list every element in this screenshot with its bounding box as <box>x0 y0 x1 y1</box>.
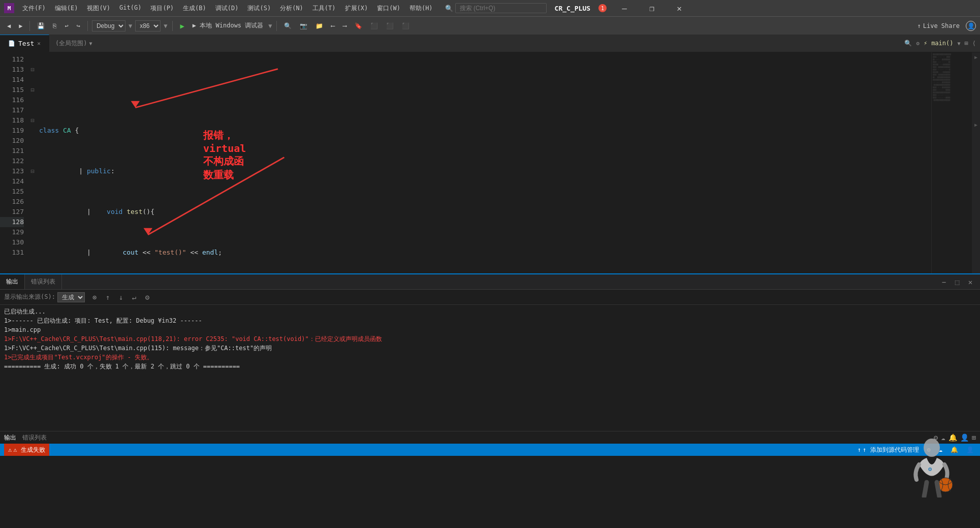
build-failed-label: ⚠ 生成失败 <box>13 446 45 454</box>
tab-output-label: 输出 <box>6 277 18 286</box>
menu-analyze[interactable]: 分析(N) <box>276 3 307 14</box>
menu-tools[interactable]: 工具(T) <box>308 3 340 14</box>
tab-test[interactable]: 📄 Test ✕ <box>0 35 49 52</box>
line-num-130: 130 <box>0 237 24 247</box>
menu-view[interactable]: 视图(V) <box>83 3 114 14</box>
fold-123[interactable]: ⊟ <box>28 166 37 176</box>
output-float-btn[interactable]: ⬚ <box>952 276 963 288</box>
minimize-button[interactable]: — <box>613 0 636 16</box>
upload-icon: ↑ <box>858 446 861 453</box>
toolbar-save-all[interactable]: ⎘ <box>50 21 59 30</box>
line-num-129: 129 <box>0 227 24 237</box>
menu-project[interactable]: 项目(P) <box>146 3 178 14</box>
clear-output-btn[interactable]: ⊗ <box>89 292 100 303</box>
fold-115[interactable]: ⊟ <box>28 85 37 95</box>
svg-marker-1 <box>131 101 140 108</box>
line-num-112: 112 <box>0 54 24 65</box>
menu-extensions[interactable]: 扩展(X) <box>341 3 372 14</box>
line-num-120: 120 <box>0 136 24 146</box>
bottom-icon-5[interactable]: ⊞ <box>972 433 976 442</box>
code-content[interactable]: class CA { | public: | void test(){ | co… <box>37 52 924 273</box>
toolbar-save[interactable]: 💾 <box>34 21 48 30</box>
scroll-down-btn[interactable]: ↓ <box>115 292 127 303</box>
toolbar-step-back[interactable]: ⟵ <box>328 21 338 30</box>
output-line-2: 1>------ 已启动生成: 项目: Test, 配置: Debug ¥in3… <box>4 316 976 325</box>
right-scope-dropdown[interactable]: ▼ <box>958 41 961 46</box>
debug-config-dropdown[interactable]: Debug <box>92 20 125 32</box>
status-right: ↑ ↑ 添加到源代码管理 ⚙ ☁ 🔔 👤 <box>856 446 976 454</box>
menu-help[interactable]: 帮助(H) <box>405 3 437 14</box>
toolbar-nav-forward[interactable]: ▶ <box>16 21 25 30</box>
status-icon-3[interactable]: 🔔 <box>949 446 960 453</box>
menu-test[interactable]: 测试(S) <box>243 3 275 14</box>
right-collapse-btn[interactable]: ▶ <box>974 122 977 128</box>
source-control-label: ↑ 添加到源代码管理 <box>863 446 919 454</box>
bottom-icon-4[interactable]: 👤 <box>960 433 969 442</box>
menu-git[interactable]: Git(G) <box>115 3 145 14</box>
bottom-tab-output[interactable]: 输出 <box>4 433 16 442</box>
toolbar-bookmark[interactable]: 🔖 <box>352 21 365 30</box>
status-icon-1[interactable]: ⚙ <box>925 446 933 453</box>
output-line-5: 1>F:\VC++_Cache\CR_C_PLUS\Test\main.cpp(… <box>4 344 976 353</box>
close-panel-btn[interactable]: ⟨ <box>972 40 976 47</box>
user-avatar[interactable]: 👤 <box>966 21 976 31</box>
settings-btn[interactable]: ⚙ <box>142 292 153 303</box>
tab-close-icon[interactable]: ✕ <box>37 40 41 47</box>
live-share-button[interactable]: ↑ Live Share <box>913 20 964 32</box>
search-input[interactable] <box>455 3 547 13</box>
menu-file[interactable]: 文件(F) <box>18 3 50 14</box>
play-button[interactable]: ▶ <box>177 21 187 31</box>
toolbar-bookmark4[interactable]: ⬛ <box>399 21 413 30</box>
menu-build[interactable]: 生成(B) <box>179 3 210 14</box>
right-gutter <box>924 52 931 273</box>
fold-113[interactable]: ⊟ <box>28 65 37 75</box>
line-num-118: 118 <box>0 115 24 126</box>
fold-118[interactable]: ⊟ <box>28 115 37 126</box>
tab-errors[interactable]: 错误列表 <box>25 274 62 289</box>
toolbar-bookmark3[interactable]: ⬛ <box>383 21 397 30</box>
bottom-icon-2[interactable]: ☁ <box>941 433 945 442</box>
split-editor-btn[interactable]: ⊞ <box>965 40 968 47</box>
line-num-121: 121 <box>0 146 24 156</box>
toolbar-undo[interactable]: ↩ <box>61 21 71 30</box>
source-selector[interactable]: 生成 <box>57 292 85 302</box>
toolbar-step-forward[interactable]: ⟶ <box>340 21 350 30</box>
status-icon-2[interactable]: ☁ <box>937 446 944 453</box>
output-close-btn[interactable]: ✕ <box>965 276 976 288</box>
line-num-113: 113 <box>0 65 24 75</box>
close-button[interactable]: ✕ <box>668 0 691 16</box>
tab-output[interactable]: 输出 <box>0 274 25 289</box>
toolbar-nav-back[interactable]: ◀ <box>4 21 14 30</box>
toolbar-redo[interactable]: ↪ <box>74 21 83 30</box>
play-label[interactable]: ▶ 本地 Windows 调试器 <box>189 20 266 31</box>
menu-debug[interactable]: 调试(D) <box>211 3 243 14</box>
right-expand-btn[interactable]: ▶ <box>974 54 977 60</box>
svg-point-5 <box>938 478 953 492</box>
restore-button[interactable]: ❐ <box>640 0 663 16</box>
status-icon-4[interactable]: 👤 <box>964 446 976 453</box>
bottom-icon-3[interactable]: 🔔 <box>949 433 957 442</box>
code-line-112 <box>37 85 924 95</box>
bottom-tab-errors[interactable]: 错误列表 <box>22 433 47 442</box>
vs-logo: M <box>4 3 14 13</box>
bottom-icon-1[interactable]: ⚙ <box>934 433 938 442</box>
toolbar-bookmark2[interactable]: ⬛ <box>367 21 381 30</box>
scope-selector[interactable]: (全局范围) ▼ <box>49 35 900 52</box>
toolbar-folder[interactable]: 📁 <box>312 21 326 30</box>
menu-window[interactable]: 窗口(W) <box>373 3 404 14</box>
toolbar-search-icon[interactable]: 🔍 <box>281 21 295 30</box>
source-control-btn[interactable]: ↑ ↑ 添加到源代码管理 <box>856 446 921 454</box>
tab-right-area: 🔍 ⚙ ⚡ main() ▼ ⊞ ⟨ <box>900 35 980 52</box>
line-numbers: 112 113 114 115 116 117 118 119 120 121 … <box>0 52 28 273</box>
scope-label: (全局范围) <box>55 39 87 48</box>
arch-dropdown[interactable]: x86 <box>135 20 161 32</box>
wrap-btn[interactable]: ↵ <box>129 292 140 303</box>
notification-badge[interactable]: 1 <box>598 4 607 12</box>
build-failed-status[interactable]: ⚠ ⚠ 生成失败 <box>4 444 49 456</box>
toolbar-snapshot[interactable]: 📷 <box>297 21 310 30</box>
bottom-icons: ⚙ ☁ 🔔 👤 ⊞ <box>934 433 976 442</box>
output-pin-btn[interactable]: − <box>938 276 950 288</box>
menu-edit[interactable]: 编辑(E) <box>51 3 82 14</box>
scroll-up-btn[interactable]: ↑ <box>102 292 113 303</box>
share-icon: ↑ <box>918 22 921 29</box>
